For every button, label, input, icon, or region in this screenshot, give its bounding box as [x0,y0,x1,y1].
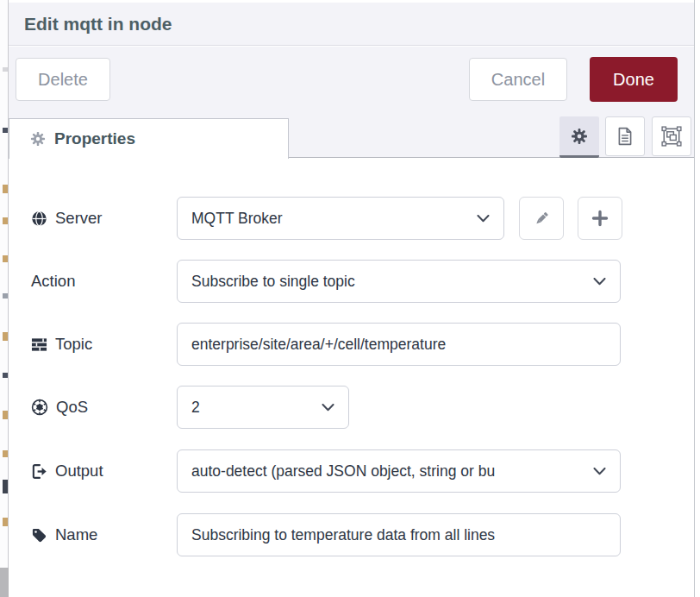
pencil-icon [533,210,550,227]
appearance-tab-button[interactable] [652,116,691,156]
dialog-title: Edit mqtt in node [9,14,172,35]
properties-panel: Server MQTT Broker [9,159,694,597]
output-row: Output auto-detect (parsed JSON object, … [9,449,694,493]
output-select[interactable]: auto-detect (parsed JSON object, string … [177,449,621,493]
file-text-icon [616,127,634,146]
output-label: Output [31,449,103,493]
done-button[interactable]: Done [590,57,678,102]
dialog-button-bar: Delete Cancel Done [9,47,694,113]
topic-row: Topic [9,323,694,366]
server-row: Server MQTT Broker [9,197,694,240]
chevron-down-icon [593,278,606,286]
delete-button[interactable]: Delete [16,58,110,101]
edge-mark [3,332,8,341]
edge-mark [3,217,8,224]
tasks-icon [31,336,47,353]
action-label: Action [31,260,75,303]
qos-row: QoS 2 [9,386,694,429]
properties-tab-button[interactable] [559,116,599,158]
tab-properties[interactable]: Properties [9,118,289,159]
object-group-icon [661,126,682,147]
workspace-edge [0,0,9,597]
cancel-button[interactable]: Cancel [469,58,567,101]
edge-mark [3,185,8,193]
edit-server-button[interactable] [519,197,564,240]
edge-mark [3,480,8,493]
chevron-down-icon [477,215,490,223]
chevron-down-icon [322,404,334,412]
qos-select[interactable]: 2 [177,386,349,429]
edge-mark [3,293,8,298]
tag-icon [31,527,47,544]
description-tab-button[interactable] [605,116,645,156]
edge-mark [3,67,8,72]
action-select[interactable]: Subscribe to single topic [177,260,621,303]
edge-mark [3,255,8,262]
topic-input[interactable] [177,323,621,366]
action-row: Action Subscribe to single topic [9,260,694,303]
add-server-button[interactable] [578,197,622,240]
gear-icon [571,128,588,145]
server-label: Server [31,197,103,240]
name-label: Name [31,513,97,556]
edge-mark [3,518,8,526]
globe-icon [31,211,47,227]
qos-label: QoS [31,386,88,429]
edge-mark [3,128,8,133]
gear-icon [30,131,46,147]
name-row: Name [9,513,694,556]
empire-icon [31,399,48,416]
edge-mark [3,411,8,419]
tab-bar: Properties [9,113,694,158]
edge-mark [3,373,8,378]
edge-mark [3,450,8,457]
name-input[interactable] [177,513,621,556]
dialog-header: Edit mqtt in node [9,3,694,46]
chevron-down-icon [593,468,606,475]
sign-out-icon [31,463,47,480]
topic-label: Topic [31,323,92,366]
server-select[interactable]: MQTT Broker [177,197,504,240]
plus-icon [591,210,609,227]
tab-properties-label: Properties [54,129,135,148]
edit-mqtt-node-dialog: Edit mqtt in node Delete Cancel Done Pro… [9,0,695,597]
